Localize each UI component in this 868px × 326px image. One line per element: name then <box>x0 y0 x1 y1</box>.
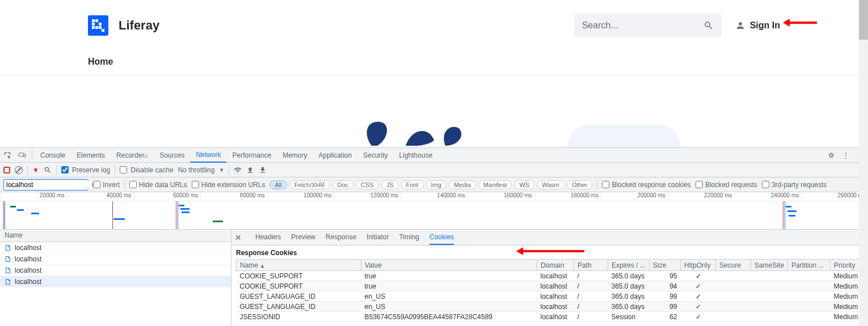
filter-chip-doc[interactable]: Doc <box>332 180 354 189</box>
cookie-col-secure[interactable]: Secure <box>716 260 751 271</box>
devtools-tab-lighthouse[interactable]: Lighthouse <box>394 148 439 163</box>
blocked-cookies-checkbox[interactable]: Blocked response cookies <box>602 181 690 189</box>
detail-tab-timing[interactable]: Timing <box>399 230 419 245</box>
svg-rect-0 <box>92 19 95 22</box>
devtools-tab-recorder[interactable]: Recorder △ <box>111 148 154 163</box>
svg-rect-9 <box>24 154 26 156</box>
cookie-col-partition-[interactable]: Partition ... <box>788 260 831 271</box>
cookie-col-samesite[interactable]: SameSite <box>751 260 788 271</box>
record-button[interactable] <box>3 167 10 173</box>
request-item[interactable]: localhost <box>0 253 231 265</box>
hide-ext-urls-checkbox[interactable]: Hide extension URLs <box>192 181 266 189</box>
hide-data-urls-checkbox[interactable]: Hide data URLs <box>129 181 187 189</box>
filter-chip-ws[interactable]: WS <box>514 180 534 189</box>
svg-rect-8 <box>19 153 23 156</box>
detail-tab-response[interactable]: Response <box>326 230 356 245</box>
sign-in-link[interactable]: Sign In <box>735 20 780 31</box>
svg-rect-5 <box>99 26 102 29</box>
detail-tab-headers[interactable]: Headers <box>255 230 281 245</box>
network-timeline[interactable]: 20000 ms40000 ms60000 ms80000 ms100000 m… <box>0 192 868 230</box>
document-icon <box>5 267 11 274</box>
devtools-panel: ConsoleElementsRecorder △SourcesNetworkP… <box>0 147 868 326</box>
filter-chip-js[interactable]: JS <box>381 180 399 189</box>
illustration-leaves <box>360 117 508 147</box>
cookie-col-size[interactable]: Size <box>650 260 681 271</box>
nav-home[interactable]: Home <box>88 57 113 66</box>
cookie-row[interactable]: JSESSIONIDB53674C559A0995BEA44587FA28C45… <box>237 312 863 322</box>
devtools-tab-security[interactable]: Security <box>357 148 393 163</box>
throttling-select[interactable]: No throttling <box>178 166 215 174</box>
svg-rect-7 <box>92 26 95 29</box>
search-input[interactable] <box>582 20 703 31</box>
filter-chip-fetch-xhr[interactable]: Fetch/XHR <box>289 180 330 189</box>
search-icon <box>703 20 714 31</box>
cookie-row[interactable]: COOKIE_SUPPORTtruelocalhost/365.0 days94… <box>237 281 863 291</box>
cookie-row[interactable]: GUEST_LANGUAGE_IDen_USlocalhost/365.0 da… <box>237 291 863 302</box>
page-content: Liferay Sign In Home <box>0 0 868 147</box>
devtools-tab-sources[interactable]: Sources <box>154 148 190 163</box>
illustration-cloud <box>567 125 681 147</box>
close-detail-icon[interactable]: ✕ <box>235 233 242 242</box>
blocked-requests-checkbox[interactable]: Blocked requests <box>696 181 757 189</box>
brand-title: Liferay <box>119 18 159 33</box>
devtools-tab-memory[interactable]: Memory <box>277 148 313 163</box>
filter-chip-img[interactable]: Img <box>426 180 446 189</box>
devtools-tab-console[interactable]: Console <box>35 148 71 163</box>
search-box[interactable] <box>574 14 722 37</box>
devtools-tab-elements[interactable]: Elements <box>71 148 111 163</box>
request-item[interactable]: localhost <box>0 276 231 287</box>
clear-button[interactable] <box>15 166 23 174</box>
cookie-col-expires-[interactable]: Expires / ... <box>608 260 650 271</box>
filter-chip-wasm[interactable]: Wasm <box>537 180 564 189</box>
download-icon[interactable] <box>259 166 267 174</box>
inspect-icon[interactable] <box>0 148 15 163</box>
detail-tab-preview[interactable]: Preview <box>291 230 315 245</box>
cookie-col-httponly[interactable]: HttpOnly <box>681 260 716 271</box>
search-icon[interactable] <box>44 166 52 174</box>
devtools-tab-performance[interactable]: Performance <box>226 148 277 163</box>
cookie-row[interactable]: GUEST_LANGUAGE_IDen_USlocalhost/365.0 da… <box>237 302 863 312</box>
document-icon <box>5 244 11 251</box>
filter-input[interactable]: ⊗ <box>3 179 89 190</box>
detail-tab-initiator[interactable]: Initiator <box>366 230 389 245</box>
request-item[interactable]: localhost <box>0 265 231 276</box>
cookie-row[interactable]: COOKIE_SUPPORTtruelocalhost/365.0 days95… <box>237 271 863 281</box>
document-icon <box>5 256 11 263</box>
user-icon <box>735 20 745 31</box>
cookie-col-value[interactable]: Value <box>361 260 537 271</box>
annotation-arrow-icon <box>783 17 817 31</box>
detail-tab-cookies[interactable]: Cookies <box>429 230 454 245</box>
svg-rect-3 <box>99 23 102 26</box>
svg-rect-1 <box>95 19 98 22</box>
cookie-col-domain[interactable]: Domain <box>537 260 574 271</box>
scrollbar[interactable] <box>859 0 868 326</box>
preserve-log-checkbox[interactable]: Preserve log <box>61 166 110 174</box>
disable-cache-checkbox[interactable]: Disable cache <box>120 166 173 174</box>
cookie-col-name[interactable]: Name▲ <box>237 260 361 271</box>
invert-checkbox[interactable]: Invert <box>93 181 120 189</box>
upload-icon[interactable] <box>246 166 254 174</box>
third-party-checkbox[interactable]: 3rd-party requests <box>762 181 827 189</box>
settings-icon[interactable]: ⚙ <box>824 148 838 163</box>
svg-rect-6 <box>102 29 104 32</box>
request-list-header[interactable]: Name <box>0 230 231 242</box>
request-item[interactable]: localhost <box>0 242 231 253</box>
devtools-tab-network[interactable]: Network <box>190 148 226 163</box>
cookies-table: Name▲ValueDomainPathExpires / ...SizeHtt… <box>236 259 863 322</box>
device-mode-icon[interactable] <box>15 148 30 163</box>
more-icon[interactable]: ⋮ <box>838 148 853 163</box>
devtools-tab-application[interactable]: Application <box>313 148 358 163</box>
annotation-arrow-icon <box>516 245 584 257</box>
filter-chip-css[interactable]: CSS <box>356 180 379 189</box>
cookie-col-path[interactable]: Path <box>574 260 608 271</box>
cookie-col-priority[interactable]: Priority <box>831 260 863 271</box>
filter-chip-font[interactable]: Font <box>401 180 424 189</box>
liferay-logo[interactable] <box>88 15 108 36</box>
filter-chip-manifest[interactable]: Manifest <box>478 180 512 189</box>
filter-chip-media[interactable]: Media <box>449 180 476 189</box>
filter-icon[interactable]: ▼ <box>32 166 39 174</box>
document-icon <box>5 278 11 285</box>
filter-chip-all[interactable]: All <box>269 180 286 189</box>
filter-chip-other[interactable]: Other <box>567 180 593 189</box>
wifi-icon[interactable] <box>234 166 242 174</box>
